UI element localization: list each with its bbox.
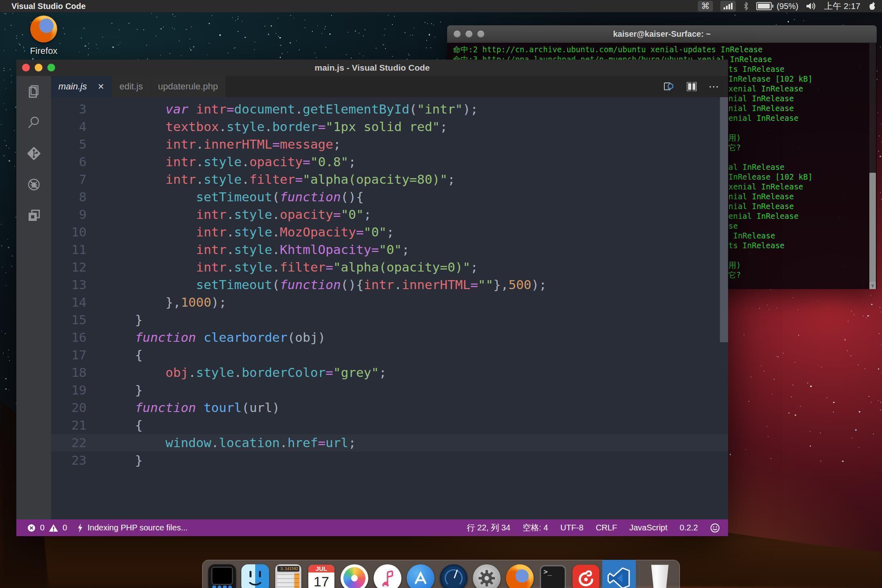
terminal-titlebar[interactable]: kaiser@kaiser-Surface: ~ [447, 25, 877, 43]
dock-item-photos[interactable] [339, 563, 370, 588]
dock-item-terminal[interactable]: >_ [537, 563, 568, 588]
git-icon [26, 145, 42, 162]
code-editor[interactable]: 3 var intr=document.getElementById("intr… [51, 97, 728, 519]
battery-indicator[interactable]: (95%) [756, 0, 798, 12]
code-text: intr.style.opacity="0.8"; [105, 154, 356, 169]
terminal-line: InRelease [102 kB] [728, 74, 813, 84]
sidebar-item-search[interactable] [16, 107, 51, 138]
terminal-scrollbar[interactable]: ∨ [869, 43, 876, 289]
smiley-icon [710, 523, 720, 533]
code-line-4[interactable]: 4 textbox.style.border="1px solid red"; [51, 118, 728, 136]
code-line-14[interactable]: 14 },1000); [51, 294, 728, 311]
split-editor-icon[interactable] [686, 80, 698, 93]
line-number: 17 [51, 346, 87, 364]
vscode-window[interactable]: main.js - Visual Studio Code [16, 60, 728, 536]
feedback-smiley[interactable] [710, 523, 720, 533]
dock-item-calculator[interactable]: 3.141592 [273, 563, 304, 588]
code-line-12[interactable]: 12 intr.style.filter="alpha(opacity=0)"; [51, 258, 728, 276]
warnings-indicator[interactable] [49, 523, 58, 532]
vscode-titlebar[interactable]: main.js - Visual Studio Code [16, 60, 728, 76]
sidebar-item-extensions[interactable] [16, 200, 51, 231]
dock-item-music[interactable] [372, 563, 403, 588]
terminal-line: nial InRelease [728, 201, 813, 211]
code-line-18[interactable]: 18 obj.style.borderColor="grey"; [51, 364, 728, 381]
terminal-line: xenial InRelease [728, 84, 813, 94]
editor-scrollbar-thumb[interactable] [720, 97, 728, 342]
code-line-9[interactable]: 9 intr.style.opacity="0"; [51, 206, 728, 223]
netease-music-icon [572, 565, 599, 588]
open-preview-icon[interactable] [663, 80, 675, 93]
command-icon: ⌘ [701, 1, 710, 11]
language-mode[interactable]: JavaScript [629, 523, 667, 532]
code-line-20[interactable]: 20 function tourl(url) [51, 399, 728, 416]
tab-main-js[interactable]: main.js ✕ [51, 76, 112, 97]
photos-icon [341, 564, 368, 588]
code-text: { [105, 347, 143, 362]
app-store-icon [407, 564, 434, 588]
dock-item-trash[interactable] [644, 563, 675, 588]
terminal-scrollbar-thumb[interactable] [869, 173, 876, 289]
dock-item-system-preferences[interactable] [471, 563, 502, 588]
calendar-month: JUL [308, 565, 334, 572]
code-line-15[interactable]: 15 } [51, 311, 728, 329]
dock-item-finder[interactable] [240, 563, 271, 588]
code-line-7[interactable]: 7 intr.style.filter="alpha(opacity=80)"; [51, 171, 728, 188]
eol-setting[interactable]: CRLF [596, 523, 617, 532]
line-number: 4 [51, 118, 87, 136]
apple-menu[interactable] [868, 0, 876, 12]
network-signal-indicator[interactable] [720, 1, 736, 11]
tab-bar: main.js ✕ edit.js updaterule.php ⋯ [51, 76, 728, 97]
dock-item-gauge[interactable] [438, 563, 469, 588]
cursor-position[interactable]: 行 22, 列 34 [467, 522, 510, 533]
dock-item-firefox[interactable] [504, 563, 535, 588]
errors-indicator[interactable] [27, 523, 36, 532]
terminal-title: kaiser@kaiser-Surface: ~ [447, 29, 877, 39]
line-number: 20 [51, 399, 87, 416]
code-text: },1000); [105, 295, 227, 310]
volume-indicator[interactable] [806, 0, 816, 12]
code-line-6[interactable]: 6 intr.style.opacity="0.8"; [51, 153, 728, 171]
menubar-app-name[interactable]: Visual Studio Code [11, 2, 86, 11]
code-line-13[interactable]: 13 setTimeout(function(){intr.innerHTML=… [51, 276, 728, 294]
sidebar-item-git[interactable] [16, 138, 51, 169]
bluetooth-indicator[interactable] [743, 0, 749, 12]
code-line-16[interactable]: 16 function clearborder(obj) [51, 329, 728, 346]
code-line-3[interactable]: 3 var intr=document.getElementById("intr… [51, 100, 728, 118]
close-icon[interactable]: ✕ [98, 82, 105, 91]
music-icon [374, 564, 401, 588]
tab-updaterule-php[interactable]: updaterule.php [151, 76, 226, 97]
code-line-19[interactable]: 19 } [51, 381, 728, 399]
code-line-5[interactable]: 5 intr.innerHTML=message; [51, 136, 728, 153]
keyboard-layout-indicator[interactable]: ⌘ [698, 1, 713, 11]
encoding-setting[interactable]: UTF-8 [560, 523, 584, 532]
dock-separator [639, 564, 640, 588]
code-text: intr.style.filter="alpha(opacity=80)"; [105, 172, 455, 187]
dock-item-netease-music[interactable] [570, 563, 601, 588]
tab-edit-js[interactable]: edit.js [112, 76, 150, 97]
sidebar-item-debug[interactable] [16, 169, 51, 200]
terminal-line: se [728, 221, 813, 231]
code-line-11[interactable]: 11 intr.style.KhtmlOpacity="0"; [51, 241, 728, 258]
code-line-17[interactable]: 17 { [51, 346, 728, 364]
dock-item-calendar[interactable]: JUL 17 [306, 563, 337, 588]
sidebar-item-explorer[interactable] [16, 76, 51, 107]
dock-item-launchpad[interactable] [207, 563, 238, 588]
error-icon [27, 523, 36, 532]
code-line-23[interactable]: 23 } [51, 452, 728, 469]
code-line-10[interactable]: 10 intr.style.MozOpacity="0"; [51, 223, 728, 241]
dock-item-vscode[interactable] [604, 563, 635, 588]
terminal-line: al InRelease [728, 162, 813, 172]
code-line-8[interactable]: 8 setTimeout(function(){ [51, 188, 728, 206]
scroll-down-arrow-icon[interactable]: ∨ [869, 282, 876, 289]
menubar-clock[interactable]: 上午 2:17 [824, 0, 860, 12]
dock-item-app-store[interactable] [405, 563, 436, 588]
code-line-22[interactable]: 22 window.location.href=url; [51, 434, 728, 452]
more-actions-icon[interactable]: ⋯ [708, 80, 720, 93]
activity-bar [16, 76, 51, 519]
code-line-21[interactable]: 21 { [51, 416, 728, 434]
terminal-line: 用) [728, 133, 813, 143]
search-icon [26, 114, 42, 131]
desktop-shortcut-firefox[interactable]: Firefox [21, 16, 66, 56]
indentation-setting[interactable]: 空格: 4 [523, 522, 548, 533]
desktop-shortcut-label: Firefox [21, 46, 66, 56]
